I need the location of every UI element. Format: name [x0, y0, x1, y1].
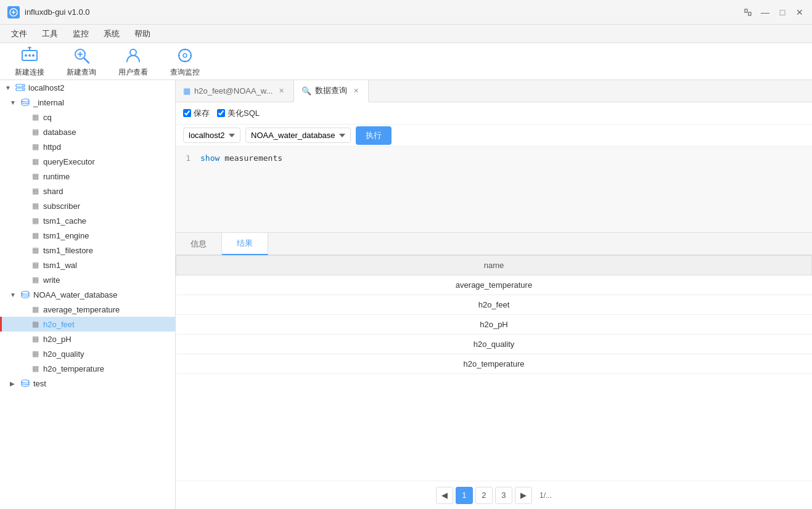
- table-cq-label: cq: [43, 113, 52, 122]
- new-connection-label: 新建连接: [15, 67, 44, 78]
- query-bar: localhost2 NOAA_water_database 执行: [176, 124, 812, 147]
- tab-query-close[interactable]: ✕: [351, 86, 361, 96]
- table-cq[interactable]: ▦ cq: [0, 110, 175, 124]
- table-shard-label: shard: [43, 187, 64, 196]
- svg-point-24: [22, 89, 23, 90]
- new-connection-icon: [20, 46, 39, 65]
- table-tsm1filestore-icon: ▦: [30, 245, 41, 256]
- menu-system[interactable]: 系统: [97, 26, 126, 42]
- save-checkbox-label[interactable]: 保存: [183, 108, 210, 119]
- tab-h2o-feet[interactable]: ▦ h2o_feet@NOAA_w... ✕: [176, 80, 294, 102]
- restore-button[interactable]: □: [777, 7, 787, 17]
- db-internal-icon: [20, 97, 31, 108]
- table-tsm1-engine[interactable]: ▦ tsm1_engine: [0, 228, 175, 243]
- query-toolbar: 保存 美化SQL: [176, 102, 812, 124]
- save-label: 保存: [194, 108, 210, 119]
- minimize-button[interactable]: —: [760, 7, 770, 17]
- beautify-checkbox-label[interactable]: 美化SQL: [217, 108, 260, 119]
- menu-tools[interactable]: 工具: [36, 26, 64, 42]
- table-tsm1-cache[interactable]: ▦ tsm1_cache: [0, 213, 175, 228]
- table-avgtemp-icon: ▦: [30, 304, 41, 315]
- result-tab-bar: 信息 结果: [176, 233, 812, 255]
- prev-page-button[interactable]: ◀: [436, 487, 453, 504]
- menu-monitor[interactable]: 监控: [67, 26, 95, 42]
- menu-help[interactable]: 帮助: [128, 26, 157, 42]
- menu-file[interactable]: 文件: [5, 26, 33, 42]
- app-title: influxdb-gui v1.0.0: [25, 7, 90, 17]
- editor-area[interactable]: 1 show measurements: [176, 147, 812, 233]
- page-info: 1/...: [539, 491, 552, 500]
- next-page-button[interactable]: ▶: [515, 487, 532, 504]
- table-write-icon: ▦: [30, 274, 41, 285]
- table-subscriber[interactable]: ▦ subscriber: [0, 198, 175, 213]
- table-runtime-icon: ▦: [30, 171, 41, 182]
- table-httpd-icon: ▦: [30, 141, 41, 152]
- pagination-bar: ◀ 1 2 3 ▶ 1/...: [176, 481, 812, 509]
- table-shard[interactable]: ▦ shard: [0, 184, 175, 198]
- db-internal[interactable]: ▼ _internal: [0, 95, 175, 110]
- svg-point-26: [22, 291, 29, 295]
- editor-line-1: show measurements: [200, 152, 807, 165]
- user-view-label: 用户查看: [118, 67, 148, 78]
- titlebar: influxdb-gui v1.0.0 — □ ✕: [0, 0, 812, 25]
- table-avg-temp[interactable]: ▦ average_temperature: [0, 302, 175, 317]
- main-layout: ▼ localhost2 ▼ _internal ▦ cq ▦ database: [0, 80, 812, 509]
- table-h2ofeet-label: h2o_feet: [43, 320, 75, 329]
- tab-h2o-close[interactable]: ✕: [276, 86, 286, 96]
- editor-content[interactable]: show measurements: [195, 152, 812, 227]
- svg-point-27: [22, 380, 29, 383]
- table-row: h2o_quality: [176, 335, 812, 354]
- table-row: h2o_temperature: [176, 354, 812, 374]
- user-view-button[interactable]: 用户查看: [113, 43, 153, 80]
- table-h2oph-label: h2o_pH: [43, 335, 72, 344]
- execute-button[interactable]: 执行: [356, 126, 392, 145]
- database-select[interactable]: NOAA_water_database: [245, 128, 351, 143]
- new-query-label: 新建查询: [67, 67, 96, 78]
- page-3-button[interactable]: 3: [495, 487, 512, 504]
- table-queryexecutor[interactable]: ▦ queryExecutor: [0, 154, 175, 169]
- new-connection-button[interactable]: 新建连接: [10, 43, 49, 80]
- svg-point-4: [25, 54, 27, 57]
- tab-query[interactable]: 🔍 数据查询 ✕: [294, 80, 369, 102]
- db-noaa[interactable]: ▼ NOAA_water_database: [0, 287, 175, 302]
- keyword-measurements: measurements: [219, 153, 282, 163]
- result-tbody: average_temperatureh2o_feeth2o_pHh2o_qua…: [176, 275, 812, 374]
- server-select[interactable]: localhost2: [183, 128, 240, 143]
- db-test[interactable]: ▶ test: [0, 376, 175, 391]
- toolbar: 新建连接 新建查询 用户查看 查询监控: [0, 43, 812, 80]
- maximize-icon[interactable]: [743, 7, 753, 17]
- table-h2otemp-label: h2o_temperature: [43, 364, 104, 373]
- beautify-checkbox[interactable]: [217, 109, 225, 117]
- query-monitor-button[interactable]: 查询监控: [165, 43, 205, 80]
- table-httpd-label: httpd: [43, 142, 61, 152]
- table-write-label: write: [43, 275, 60, 285]
- table-tsm1-filestore[interactable]: ▦ tsm1_filestore: [0, 243, 175, 258]
- table-cell: h2o_quality: [176, 335, 812, 354]
- table-runtime[interactable]: ▦ runtime: [0, 169, 175, 184]
- table-row: average_temperature: [176, 275, 812, 295]
- result-tab-info[interactable]: 信息: [176, 233, 222, 254]
- page-2-button[interactable]: 2: [475, 487, 493, 504]
- close-button[interactable]: ✕: [795, 7, 805, 17]
- table-h2o-ph[interactable]: ▦ h2o_pH: [0, 332, 175, 346]
- beautify-label: 美化SQL: [228, 108, 260, 119]
- tab-h2o-icon: ▦: [183, 86, 191, 96]
- page-1-button[interactable]: 1: [456, 487, 473, 504]
- db-noaa-arrow: ▼: [10, 291, 20, 298]
- server-node-localhost2[interactable]: ▼ localhost2: [0, 80, 175, 95]
- table-write[interactable]: ▦ write: [0, 272, 175, 287]
- new-query-button[interactable]: 新建查询: [62, 43, 101, 80]
- table-database[interactable]: ▦ database: [0, 124, 175, 139]
- table-h2o-quality[interactable]: ▦ h2o_quality: [0, 346, 175, 361]
- save-checkbox[interactable]: [183, 109, 191, 117]
- table-httpd[interactable]: ▦ httpd: [0, 139, 175, 154]
- table-h2o-temperature[interactable]: ▦ h2o_temperature: [0, 361, 175, 376]
- table-tsm1-wal[interactable]: ▦ tsm1_wal: [0, 258, 175, 272]
- result-table-container: name average_temperatureh2o_feeth2o_pHh2…: [176, 255, 812, 481]
- table-shard-icon: ▦: [30, 185, 41, 197]
- server-label: localhost2: [28, 83, 65, 92]
- table-subscriber-label: subscriber: [43, 202, 80, 211]
- table-h2o-feet[interactable]: ▦ h2o_feet: [0, 317, 175, 332]
- result-tab-result[interactable]: 结果: [222, 233, 268, 255]
- table-cq-icon: ▦: [30, 112, 41, 123]
